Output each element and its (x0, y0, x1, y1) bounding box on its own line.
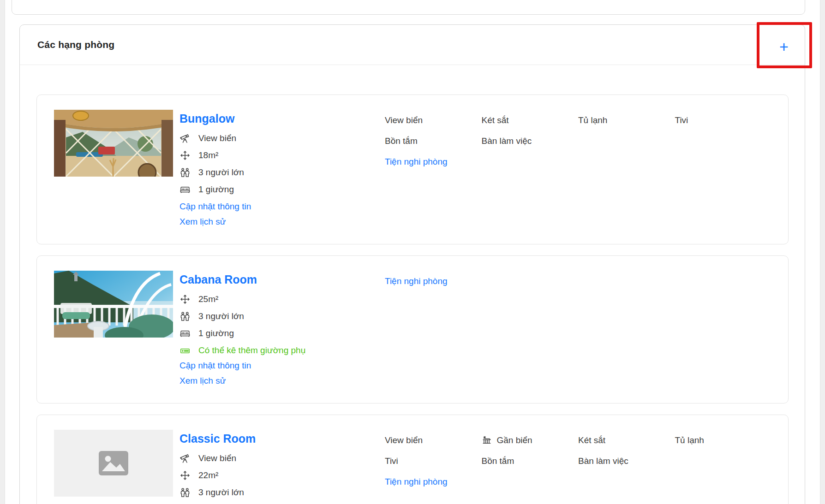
resize-icon (179, 294, 191, 305)
extra-bed-icon (179, 345, 191, 356)
room-card-bungalow: Bungalow View biển 18m² 3 người lớn 1 gi… (36, 95, 789, 244)
feature-label: 25m² (198, 294, 218, 304)
feature-label: 3 người lớn (198, 311, 244, 321)
room-name-link[interactable]: Classic Room (179, 432, 256, 445)
update-info-link[interactable]: Cập nhật thông tin (179, 360, 251, 371)
add-room-type-button[interactable]: + (774, 36, 794, 57)
amenity-item: Bồn tắm (482, 455, 579, 467)
page-left-gutter (0, 0, 5, 504)
bungalow-room-photo (54, 110, 173, 177)
room-name-link[interactable]: Bungalow (179, 112, 234, 125)
amenity-item: Két sắt (578, 434, 675, 446)
amenity-item: View biển (385, 434, 482, 446)
room-card-classic: Classic Room View biển 22m² 3 người lớn … (36, 415, 789, 504)
room-type-list: Bungalow View biển 18m² 3 người lớn 1 gi… (20, 65, 805, 504)
amenity-item: Gần biển (482, 434, 579, 446)
amenities-grid: Tiện nghi phòng (385, 271, 771, 287)
amenity-item: Két sắt (482, 114, 579, 126)
amenity-item: Bồn tắm (385, 135, 482, 147)
amenity-item: Bàn làm việc (578, 455, 675, 467)
room-feature-view: View biển (179, 453, 385, 464)
room-name-link[interactable]: Cabana Room (179, 273, 257, 286)
room-amenities-link[interactable]: Tiện nghi phòng (385, 476, 448, 488)
beach-icon (482, 435, 493, 445)
room-amenities-link[interactable]: Tiện nghi phòng (385, 275, 448, 287)
extra-bed-note: Có thể kê thêm giường phụ (179, 345, 385, 356)
section-title: Các hạng phòng (37, 39, 114, 50)
feature-label: 3 người lớn (198, 487, 244, 498)
amenity-item: Tủ lạnh (578, 114, 675, 126)
feature-label: View biển (198, 133, 236, 143)
feature-label: 1 giường (198, 328, 234, 338)
room-feature-capacity: 3 người lớn (179, 311, 385, 322)
bed-icon (179, 184, 191, 195)
resize-icon (179, 470, 191, 481)
room-feature-capacity: 3 người lớn (179, 487, 385, 498)
amenities-grid: View biển Két sắt Tủ lạnh Tivi Bồn tắm B… (385, 110, 771, 168)
amenity-item: Tivi (675, 114, 772, 126)
extra-bed-label: Có thể kê thêm giường phụ (198, 345, 305, 356)
room-amenities-link[interactable]: Tiện nghi phòng (385, 156, 448, 168)
amenities-grid: View biển Gần biển Két sắt Tủ lạnh Tivi … (385, 430, 771, 488)
room-feature-view: View biển (179, 133, 385, 144)
view-history-link[interactable]: Xem lịch sử (179, 375, 226, 386)
room-feature-size: 22m² (179, 470, 385, 481)
feature-label: 18m² (198, 150, 218, 160)
people-icon (179, 311, 191, 322)
room-types-panel: Các hạng phòng + (19, 24, 805, 504)
view-history-link[interactable]: Xem lịch sử (179, 216, 226, 227)
feature-label: 22m² (198, 470, 218, 480)
plus-icon: + (779, 36, 789, 57)
amenity-item: Bàn làm việc (482, 135, 579, 147)
page-scrollbar-gutter[interactable] (820, 0, 825, 504)
room-feature-capacity: 3 người lớn (179, 167, 385, 178)
room-feature-size: 25m² (179, 294, 385, 305)
feature-label: View biển (198, 453, 236, 463)
feature-label: 3 người lớn (198, 167, 244, 178)
resize-icon (179, 150, 191, 161)
previous-section-card-bottom (12, 0, 805, 15)
update-info-link[interactable]: Cập nhật thông tin (179, 201, 251, 212)
amenity-item: View biển (385, 114, 482, 126)
telescope-icon (179, 453, 191, 464)
room-card-cabana: Cabana Room 25m² 3 người lớn 1 giường Có… (36, 255, 789, 403)
cabana-room-photo (54, 271, 173, 338)
panel-header: Các hạng phòng + (20, 25, 805, 65)
image-placeholder-icon (99, 451, 128, 475)
people-icon (179, 167, 191, 178)
room-feature-size: 18m² (179, 150, 385, 161)
room-feature-beds: 1 giường (179, 184, 385, 195)
amenity-item: Tủ lạnh (675, 434, 772, 446)
telescope-icon (179, 133, 191, 144)
room-feature-beds: 1 giường (179, 328, 385, 339)
people-icon (179, 487, 191, 498)
amenity-item: Tivi (385, 455, 482, 467)
feature-label: 1 giường (198, 184, 234, 195)
no-image-placeholder (54, 430, 173, 497)
bed-icon (179, 328, 191, 339)
